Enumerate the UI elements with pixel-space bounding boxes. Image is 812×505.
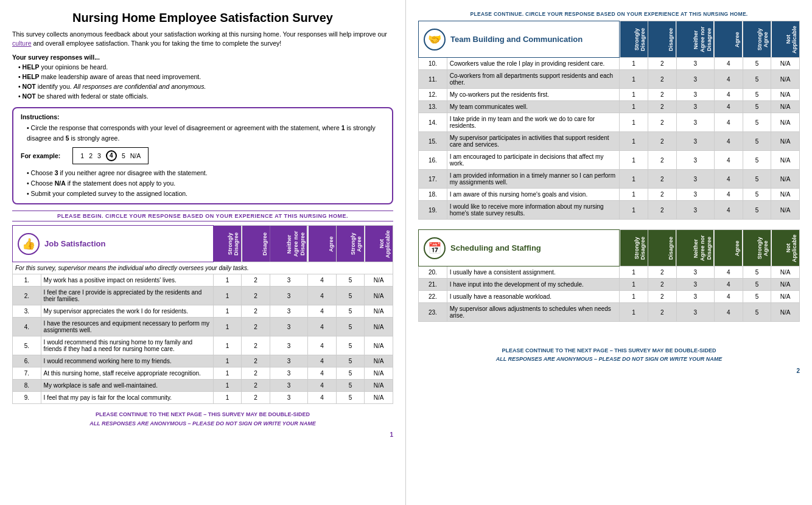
q18-2: 2 [648, 189, 676, 201]
q22-3: 3 [676, 291, 714, 303]
q7-4: 4 [308, 367, 337, 380]
q12-text: My co-workers put the residents first. [447, 89, 619, 101]
q14-2: 2 [648, 113, 676, 132]
q1-na: N/A [365, 274, 393, 287]
table-row: 14. I take pride in my team and the work… [419, 113, 800, 132]
col3-strongly-agree: Strongly Agree [743, 230, 771, 266]
q4-na: N/A [365, 318, 393, 336]
left-footer: PLEASE CONTINUE TO THE NEXT PAGE – THIS … [12, 410, 393, 440]
q11-5: 5 [743, 70, 771, 89]
q21-text: I have input into the development of my … [447, 279, 619, 291]
q13-5: 5 [743, 101, 771, 113]
section1-header-cell: 👍 Job Satisfaction [13, 226, 214, 262]
q7-na: N/A [365, 367, 393, 380]
col2-strongly-disagree: Strongly Disagree [620, 21, 648, 58]
q14-5: 5 [743, 113, 771, 132]
q5-na: N/A [365, 336, 393, 355]
q23-2: 2 [648, 303, 676, 322]
bullet-4: NOT be shared with federal or state offi… [18, 92, 393, 102]
ex-4-circled: 4 [106, 150, 117, 161]
section1-header-row: 👍 Job Satisfaction Strongly Disagree Dis… [13, 226, 393, 262]
section2-header-row: 🤝 Team Building and Communication Strong… [419, 21, 800, 58]
q2-na: N/A [365, 287, 393, 305]
q9-num: 9. [13, 392, 41, 404]
q11-4: 4 [714, 70, 743, 89]
section2-title: Team Building and Communication [450, 35, 583, 44]
q13-text: My team communicates well. [447, 101, 619, 113]
col-strongly-disagree: Strongly Disagree [213, 226, 242, 262]
q13-1: 1 [620, 101, 648, 113]
q2-5: 5 [336, 287, 365, 305]
q9-na: N/A [365, 392, 393, 404]
q18-1: 1 [620, 189, 648, 201]
q18-4: 4 [714, 189, 743, 201]
q22-num: 22. [419, 291, 447, 303]
bullet-2: HELP make leadership aware of areas that… [18, 72, 393, 82]
q7-2: 2 [242, 367, 270, 380]
ex-1: 1 [80, 152, 84, 159]
q12-na: N/A [771, 89, 800, 101]
q16-2: 2 [648, 151, 676, 170]
table-row: 8. My workplace is safe and well-maintai… [13, 380, 393, 392]
q12-2: 2 [648, 89, 676, 101]
intro-text: This survey collects anonymous feedback … [12, 30, 393, 47]
q1-1: 1 [213, 274, 242, 287]
q16-3: 3 [676, 151, 714, 170]
q15-3: 3 [676, 132, 714, 151]
q21-2: 2 [648, 279, 676, 291]
col-neither: Neither Agree nor Disagree [270, 226, 307, 262]
q1-text: My work has a positive impact on residen… [41, 274, 213, 287]
q7-1: 1 [213, 367, 242, 380]
q2-2: 2 [242, 287, 270, 305]
q4-3: 3 [270, 318, 307, 336]
q22-2: 2 [648, 291, 676, 303]
q14-num: 14. [419, 113, 447, 132]
footer-line1: PLEASE CONTINUE TO THE NEXT PAGE – THIS … [12, 410, 393, 419]
job-satisfaction-table: 👍 Job Satisfaction Strongly Disagree Dis… [12, 225, 393, 404]
q10-1: 1 [620, 58, 648, 70]
q1-3: 3 [270, 274, 307, 287]
q9-text: I feel that my pay is fair for the local… [41, 392, 213, 404]
right-footer: PLEASE CONTINUE TO THE NEXT PAGE – THIS … [418, 346, 800, 376]
q22-1: 1 [620, 291, 648, 303]
q23-1: 1 [620, 303, 648, 322]
right-page: PLEASE CONTINUE. CIRCLE YOUR RESPONSE BA… [406, 0, 812, 505]
instructions-list: Circle the response that corresponds wit… [21, 123, 385, 144]
q2-num: 2. [13, 287, 41, 305]
q20-num: 20. [419, 266, 447, 279]
q11-text: Co-workers from all departments support … [447, 70, 619, 89]
section1-title: Job Satisfaction [44, 239, 105, 248]
q14-4: 4 [714, 113, 743, 132]
q15-5: 5 [743, 132, 771, 151]
q21-num: 21. [419, 279, 447, 291]
calendar-icon: 📅 [424, 237, 446, 259]
q8-1: 1 [213, 380, 242, 392]
q9-5: 5 [336, 392, 365, 404]
q9-1: 1 [213, 392, 242, 404]
bullets-title: Your survey responses will... [12, 54, 393, 61]
table-row: 13. My team communicates well. 1 2 3 4 5… [419, 101, 800, 113]
q8-2: 2 [242, 380, 270, 392]
q2-4: 4 [308, 287, 337, 305]
q12-3: 3 [676, 89, 714, 101]
table-row: 5. I would recommend this nursing home t… [13, 336, 393, 355]
q19-5: 5 [743, 201, 771, 220]
q6-4: 4 [308, 355, 337, 367]
q17-4: 4 [714, 170, 743, 189]
q23-num: 23. [419, 303, 447, 322]
page-title: Nursing Home Employee Satisfaction Surve… [12, 11, 393, 25]
table-row: 23. My supervisor allows adjustments to … [419, 303, 800, 322]
col-strongly-agree: Strongly Agree [336, 226, 365, 262]
q23-4: 4 [714, 303, 743, 322]
q6-1: 1 [213, 355, 242, 367]
q4-text: I have the resources and equipment neces… [41, 318, 213, 336]
instructions-list2: Choose 3 if you neither agree nor disagr… [21, 168, 385, 198]
inst-2: Choose 3 if you neither agree nor disagr… [27, 168, 385, 178]
col2-disagree: Disagree [648, 21, 676, 58]
example-row: For example: 1 2 3 4 5 N/A [21, 147, 385, 164]
q11-3: 3 [676, 70, 714, 89]
q4-4: 4 [308, 318, 337, 336]
q16-text: I am encouraged to participate in decisi… [447, 151, 619, 170]
q11-num: 11. [419, 70, 447, 89]
left-page: Nursing Home Employee Satisfaction Surve… [0, 0, 406, 505]
